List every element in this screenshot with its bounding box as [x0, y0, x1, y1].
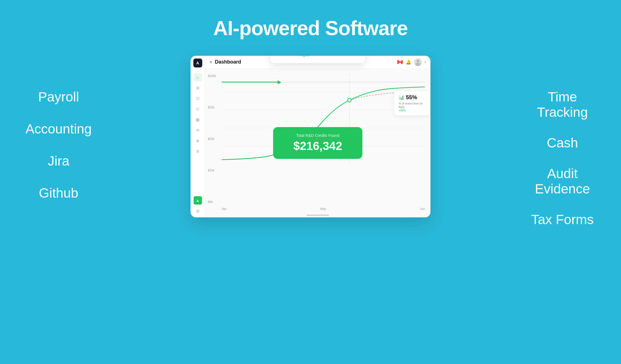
- flag-icon: 🇨🇦: [397, 59, 403, 65]
- x-label-apr: Apr: [222, 207, 227, 210]
- sidebar-icon-bank[interactable]: ⊞: [194, 207, 202, 215]
- sidebar-icon-clock[interactable]: ⊙: [194, 105, 202, 113]
- stat-label: % of teams time on R&D: [399, 102, 426, 109]
- y-label-10k: $10k: [208, 169, 216, 172]
- x-label-jun: Jun: [420, 207, 425, 210]
- label-jira: Jira: [48, 153, 69, 169]
- chart-x-labels: Apr May Jun: [222, 207, 425, 210]
- label-tax-forms: Tax Forms: [531, 212, 594, 227]
- chevron-down-icon: ▾: [425, 60, 426, 64]
- stat-card: 📊 55% % of teams time on R&D +50%: [394, 91, 430, 115]
- sidebar-icon-users[interactable]: ⊡: [194, 94, 202, 103]
- sidebar: A ⌂ ⊞ ⊡ ⊙ ▦ ✉ ⊕ ⚙ ▲ ⊞: [191, 56, 205, 217]
- left-labels-container: Payroll Accounting Jira Github: [0, 89, 117, 201]
- credits-card: Total R&D Credits Found $216,342: [273, 127, 362, 159]
- hours-change: ↑ +32%: [298, 56, 343, 57]
- chart-area: 🕐 12,500 Total Hours spent on R&D ↑ +32%…: [205, 69, 430, 217]
- label-time-tracking: Time Tracking: [537, 89, 588, 120]
- hours-card: 🕐 12,500 Total Hours spent on R&D ↑ +32%: [270, 56, 365, 63]
- y-label-50k: $50k: [208, 106, 216, 109]
- progress-arrow: ▶: [278, 79, 281, 84]
- page-title: AI-powered Software: [0, 0, 621, 40]
- dashboard-title: Dashboard: [215, 59, 241, 65]
- stat-change: +50%: [399, 109, 426, 112]
- right-labels-container: Time Tracking Cash Audit Evidence Tax Fo…: [504, 89, 621, 227]
- svg-point-0: [417, 60, 419, 62]
- dashboard-window: A ⌂ ⊞ ⊡ ⊙ ▦ ✉ ⊕ ⚙ ▲ ⊞ ≡ Dashboard 🇨🇦 🔔 ▾: [191, 56, 430, 217]
- sidebar-logo: A: [193, 59, 202, 67]
- menu-icon[interactable]: ≡: [210, 60, 212, 65]
- credits-label: Total R&D Credits Found: [284, 133, 351, 138]
- x-label-may: May: [320, 207, 326, 210]
- label-cash: Cash: [547, 135, 578, 151]
- progress-remaining: [281, 82, 425, 82]
- sidebar-icon-active[interactable]: ▲: [194, 196, 202, 205]
- y-label-100k: $100k: [208, 74, 216, 77]
- sidebar-icon-home[interactable]: ⌂: [194, 73, 202, 81]
- bell-icon[interactable]: 🔔: [406, 59, 411, 65]
- y-label-25k: $25k: [208, 137, 216, 140]
- progress-line: ▶: [222, 81, 425, 83]
- label-payroll: Payroll: [38, 89, 79, 105]
- main-content: ≡ Dashboard 🇨🇦 🔔 ▾ 🕐 12,500 Total Hours …: [205, 56, 430, 217]
- label-github: Github: [39, 185, 78, 201]
- chart-y-labels: $100k $50k $25k $10k $5k: [208, 74, 216, 203]
- sidebar-icon-grid[interactable]: ▦: [194, 115, 202, 124]
- progress-done: [222, 82, 278, 82]
- svg-point-9: [348, 98, 351, 102]
- y-label-5k: $5k: [208, 200, 216, 203]
- label-accounting: Accounting: [25, 121, 92, 137]
- label-audit-evidence: Audit Evidence: [535, 166, 590, 196]
- scrollbar[interactable]: [307, 215, 329, 216]
- sidebar-icon-docs[interactable]: ⊞: [194, 84, 202, 92]
- stat-percent: 55%: [406, 94, 417, 101]
- avatar[interactable]: [414, 58, 422, 66]
- credits-amount: $216,342: [284, 139, 351, 153]
- svg-point-1: [415, 63, 420, 66]
- sidebar-icon-link[interactable]: ⊕: [194, 137, 202, 145]
- sidebar-icon-settings[interactable]: ⚙: [194, 147, 202, 156]
- sidebar-icon-mail[interactable]: ✉: [194, 126, 202, 134]
